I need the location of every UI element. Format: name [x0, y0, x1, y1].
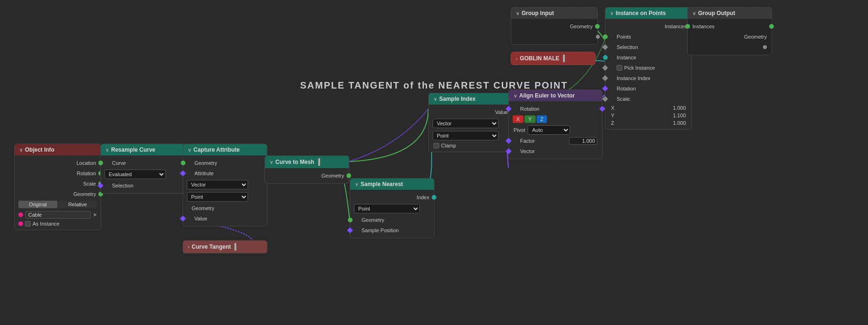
collapse-icon-9[interactable]: ∨: [516, 11, 519, 16]
collapse-icon-4[interactable]: ∨: [270, 160, 273, 165]
collapse-icon-2[interactable]: ∨: [105, 147, 109, 153]
location-label: Location: [76, 160, 96, 166]
cap-geo-out-row: Geometry: [183, 203, 267, 213]
gi-geo-row: Geometry: [511, 21, 597, 32]
group-output-node: ∨ Group Output Instances Geometry: [687, 7, 772, 55]
iop-rotation-row: Rotation: [605, 83, 691, 94]
sn-sample-pos-row: Sample Position: [350, 225, 434, 236]
sn-sample-pos-socket: [347, 228, 353, 234]
si-vector-select[interactable]: Vector Float: [433, 119, 498, 128]
capture-geo-row: Geometry: [183, 158, 267, 168]
vector-select[interactable]: Vector Float: [187, 180, 248, 189]
iop-instance-label: Instance: [617, 55, 636, 60]
si-point-select[interactable]: Point Edge: [433, 131, 498, 140]
capture-attr-label: Capture Attribute: [193, 146, 240, 153]
sn-index-label: Index: [417, 195, 429, 200]
wire-pipe-2: [234, 243, 236, 251]
scale-y-label: Y: [611, 113, 614, 118]
object-clear[interactable]: ✕: [93, 212, 97, 218]
ae-rotation-label: Rotation: [520, 106, 539, 112]
selection-label: Selection: [112, 183, 133, 188]
point-dropdown-row: Point Edge: [183, 191, 267, 203]
as-instance-label: As Instance: [32, 221, 59, 227]
z-button[interactable]: Z: [537, 115, 547, 123]
iop-selection-socket: [602, 44, 608, 50]
collapse-icon-5[interactable]: ›: [188, 244, 189, 250]
iop-scale-label: Scale:: [617, 96, 631, 102]
curve-tangent-node: › Curve Tangent: [183, 240, 267, 253]
go-instances-label: Instances: [692, 24, 715, 29]
align-euler-label: Align Euler to Vector: [519, 92, 575, 99]
collapse-icon-12[interactable]: ∨: [692, 11, 696, 16]
x-button[interactable]: X: [513, 115, 523, 123]
iop-selection-label: Selection: [617, 44, 638, 50]
goblin-label: GOBLIN MALE: [520, 55, 559, 62]
curve-tangent-header: › Curve Tangent: [183, 241, 267, 253]
geometry-row-obj: Geometry: [15, 189, 101, 199]
si-value-label: Value: [495, 109, 508, 115]
ae-factor-row: Factor: [509, 136, 602, 146]
ae-vector-label: Vector: [520, 148, 535, 154]
pivot-row: Pivot Auto X Y Z: [509, 124, 602, 136]
si-clamp-check[interactable]: [434, 143, 439, 148]
pivot-select[interactable]: Auto X Y Z: [528, 125, 570, 135]
si-clamp-label: Clamp: [441, 143, 456, 148]
point-select[interactable]: Point Edge: [187, 192, 248, 202]
go-geo-out-socket: [769, 24, 774, 29]
sn-geo-socket: [348, 218, 353, 222]
sample-index-body: Value Vector Float Point Edge Clamp: [429, 105, 513, 152]
group-input-node: ∨ Group Input Geometry: [511, 7, 598, 45]
curve-mesh-geo-row: Geometry: [265, 171, 349, 181]
selection-row: Selection: [101, 180, 185, 191]
collapse-icon-10[interactable]: ›: [516, 56, 517, 61]
curve-tangent-label: Curve Tangent: [192, 244, 231, 250]
iop-scale-header: Scale:: [605, 94, 691, 104]
relative-button[interactable]: Relative: [58, 201, 97, 208]
iop-rotation-socket: [602, 86, 608, 92]
iop-header: ∨ Instance on Points: [605, 8, 691, 19]
capture-attr-header: ∨ Capture Attribute: [183, 144, 267, 155]
scale-z-label: Z: [611, 120, 614, 126]
gi-empty-row: [511, 32, 597, 42]
iop-rotation-label: Rotation: [617, 86, 636, 91]
scale-row: Scale: [15, 179, 101, 189]
xyz-buttons: X Y Z: [513, 115, 598, 123]
curve-mesh-label: Curve to Mesh: [275, 159, 314, 165]
as-instance-checkbox[interactable]: [25, 221, 31, 227]
collapse-icon-8[interactable]: ∨: [514, 93, 517, 98]
collapse-icon[interactable]: ∨: [19, 147, 23, 153]
ae-rot-out-socket: [599, 106, 605, 112]
curve-mesh-body: Geometry: [265, 168, 349, 183]
collapse-icon-7[interactable]: ∨: [434, 97, 437, 102]
object-info-label: Object Info: [25, 146, 55, 153]
gi-geo-socket: [595, 24, 600, 29]
sample-nearest-label: Sample Nearest: [361, 181, 403, 187]
goblin-pipe: [563, 55, 565, 62]
object-value: Cable: [28, 212, 42, 218]
resample-mode-select[interactable]: Evaluated Count Length: [104, 170, 166, 179]
resample-curve-header: ∨ Resample Curve: [101, 144, 185, 155]
original-button[interactable]: Original: [18, 201, 57, 208]
align-euler-node: ∨ Align Euler to Vector Rotation X Y Z P…: [508, 89, 603, 159]
ae-factor-input[interactable]: [569, 137, 597, 145]
collapse-icon-11[interactable]: ∨: [610, 11, 613, 16]
sn-point-select[interactable]: Point Edge: [354, 204, 420, 213]
collapse-icon-3[interactable]: ∨: [188, 147, 191, 153]
sample-index-header: ∨ Sample Index: [429, 93, 513, 105]
scale-x-row: X 1.000: [605, 104, 691, 112]
resample-curve-body: Curve Evaluated Count Length Selection: [101, 155, 185, 193]
gi-empty-socket: [596, 35, 600, 39]
sn-geo-label: Geometry: [362, 217, 384, 223]
goblin-header: › GOBLIN MALE: [511, 52, 595, 65]
curve-input-row: Curve: [101, 158, 185, 168]
y-button[interactable]: Y: [524, 115, 535, 123]
sn-index-socket: [432, 195, 436, 200]
ae-vector-row: Vector: [509, 146, 602, 156]
group-input-body: Geometry: [511, 19, 597, 44]
rotation-label: Rotation: [77, 171, 96, 176]
iop-pick-check[interactable]: [617, 65, 622, 71]
scale-label: Scale: [83, 181, 96, 187]
collapse-icon-6[interactable]: ∨: [355, 182, 358, 187]
object-select[interactable]: Cable: [25, 211, 91, 219]
go-instances-row: Instances: [688, 21, 772, 32]
